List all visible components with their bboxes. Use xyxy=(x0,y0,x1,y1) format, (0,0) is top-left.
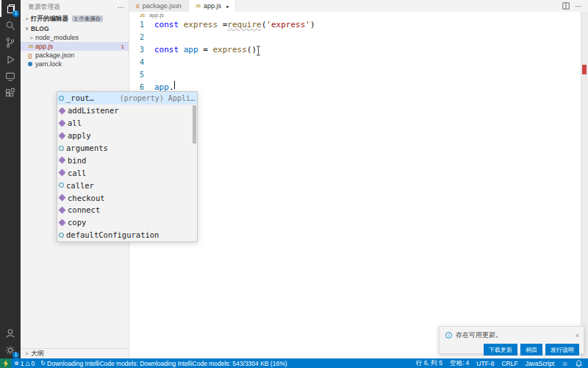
line-number: 5 xyxy=(129,68,154,81)
suggestion-item[interactable]: all xyxy=(57,117,197,130)
suggestion-label: copy xyxy=(68,218,86,227)
method-kind-icon xyxy=(59,132,66,139)
unsaved-badge: 1 个未保存 xyxy=(72,15,103,22)
suggestion-item[interactable]: connect xyxy=(57,204,197,216)
editor-scrollbar[interactable] xyxy=(581,12,588,358)
code-line-4: 4 xyxy=(129,56,588,68)
suggestion-detail: (property) Appli… xyxy=(120,94,195,102)
release-notes-button[interactable]: 发行说明 xyxy=(545,344,579,355)
notification-header: i 存在可用更新。 × xyxy=(440,327,584,340)
extensions-icon[interactable] xyxy=(0,85,21,102)
line-number: 4 xyxy=(129,56,154,68)
remote-explorer-icon[interactable] xyxy=(0,68,21,85)
error-count: 1 xyxy=(21,360,24,367)
suggestion-item[interactable]: arguments xyxy=(57,142,197,155)
download-update-button[interactable]: 下载更新 xyxy=(484,344,517,355)
folder-section-blog[interactable]: ∨ BLOG xyxy=(21,24,129,33)
suggestion-label: addListener xyxy=(68,106,119,115)
property-kind-icon xyxy=(59,183,64,188)
file-package-json[interactable]: {} package.json xyxy=(21,51,129,60)
problems-badge: 1 xyxy=(121,43,124,50)
breadcrumb[interactable]: JS app.js xyxy=(129,12,588,18)
overview-ruler-error-mark xyxy=(582,65,587,74)
suggestion-item[interactable]: copy xyxy=(57,216,197,229)
update-notification: i 存在可用更新。 × 下载更新 稍后 发行说明 xyxy=(439,326,584,354)
accounts-icon[interactable] xyxy=(0,325,21,342)
code-line-3: 3 const app = express () xyxy=(129,43,588,56)
suggestion-label: connect xyxy=(68,205,100,214)
open-editors-section[interactable]: > 打开的编辑器 1 个未保存 xyxy=(21,14,129,24)
suggestion-label: arguments xyxy=(66,144,108,152)
search-icon[interactable] xyxy=(0,17,21,34)
line-number: 1 xyxy=(129,18,154,31)
suggestion-item[interactable]: addListener xyxy=(57,105,197,117)
method-kind-icon xyxy=(59,157,66,164)
property-kind-icon xyxy=(59,146,64,151)
sidebar-more-actions-icon[interactable]: ⋯ xyxy=(118,4,124,11)
settings-gear-icon[interactable]: 1 xyxy=(0,342,21,358)
code-editor[interactable]: 1 const express = require ( 'express' ) … xyxy=(129,18,588,93)
intellicode-download-status[interactable]: ↻ Downloading IntelliCode models: Downlo… xyxy=(37,360,290,367)
outline-section[interactable]: > 大纲 xyxy=(21,348,129,358)
file-app-js[interactable]: JS app.js 1 xyxy=(21,42,129,51)
warning-count: 0 xyxy=(32,360,35,367)
suggestion-item[interactable]: apply xyxy=(57,130,197,142)
encoding-setting[interactable]: UTF-8 xyxy=(473,360,497,367)
problems-status[interactable]: ⊗ 1 △ 0 xyxy=(11,360,37,367)
eol-setting[interactable]: CRLF xyxy=(498,360,520,367)
remote-indicator[interactable] xyxy=(0,358,11,368)
property-kind-icon xyxy=(59,96,64,101)
js-file-icon: JS xyxy=(28,44,35,49)
token: 'express' xyxy=(266,18,310,31)
vscode-window: 1 1 资源管理器 ⋯ > 打开 xyxy=(0,0,588,368)
explorer-badge: 1 xyxy=(12,10,19,17)
open-editors-label: 打开的编辑器 xyxy=(31,15,68,24)
suggestion-item[interactable]: bind xyxy=(57,154,197,166)
tab-app-js[interactable]: JS app.js ● xyxy=(189,0,237,12)
later-button[interactable]: 稍后 xyxy=(520,344,542,355)
sidebar-header: 资源管理器 ⋯ xyxy=(21,0,129,14)
code-line-1: 1 const express = require ( 'express' ) xyxy=(129,18,588,31)
token: ( xyxy=(262,18,267,31)
file-node-modules[interactable]: > node_modules xyxy=(21,33,129,42)
suggestion-label: _rout… xyxy=(66,93,94,102)
feedback-smiley-icon[interactable]: ☺ xyxy=(559,360,571,367)
intellisense-suggest-widget: _rout… (property) Appli… addListener all… xyxy=(57,91,198,242)
suggestion-item[interactable]: checkout xyxy=(57,191,197,204)
file-name: node_modules xyxy=(35,34,79,41)
more-actions-icon[interactable]: ⋯ xyxy=(575,2,582,10)
suggestion-item[interactable]: defaultConfiguration xyxy=(57,229,197,241)
suggestion-label: defaultConfiguration xyxy=(66,230,159,239)
cursor-position[interactable]: 行 6, 列 5 xyxy=(413,359,445,368)
source-control-icon[interactable] xyxy=(0,34,21,51)
yarn-file-icon xyxy=(28,62,32,66)
suggestion-label: all xyxy=(68,118,82,127)
token: = xyxy=(198,43,213,56)
language-mode[interactable]: JavaScript xyxy=(523,360,558,367)
run-debug-icon[interactable] xyxy=(0,51,21,68)
file-yarn-lock[interactable]: yarn.lock xyxy=(21,60,129,68)
notification-buttons: 下载更新 稍后 发行说明 xyxy=(440,340,584,355)
modified-dot-icon[interactable]: ● xyxy=(226,4,229,9)
sync-spinner-icon: ↻ xyxy=(40,360,46,367)
notification-message: 存在可用更新。 xyxy=(456,330,502,340)
method-kind-icon xyxy=(59,207,66,214)
activity-bar: 1 1 xyxy=(0,0,21,358)
suggestion-item[interactable]: call xyxy=(57,166,197,179)
tab-package-json[interactable]: {} package.json xyxy=(129,0,189,12)
indentation-setting[interactable]: 空格: 4 xyxy=(447,359,472,368)
suggestion-item[interactable]: _rout… (property) Appli… xyxy=(57,92,197,105)
suggestion-label: call xyxy=(68,169,86,177)
close-icon[interactable]: × xyxy=(576,332,579,339)
split-editor-icon[interactable] xyxy=(562,0,570,13)
code-line-6: 6 app . xyxy=(129,81,588,93)
token: express xyxy=(213,43,247,56)
explorer-icon[interactable]: 1 xyxy=(0,0,21,17)
notifications-bell-icon[interactable] xyxy=(573,360,585,367)
error-icon: ⊗ xyxy=(14,360,19,367)
line-number: 2 xyxy=(129,31,154,43)
suggestion-item[interactable]: caller xyxy=(57,179,197,191)
editor-actions: ⋯ xyxy=(562,0,588,12)
suggest-scrollbar[interactable] xyxy=(193,105,196,144)
js-file-icon: JS xyxy=(196,4,201,8)
